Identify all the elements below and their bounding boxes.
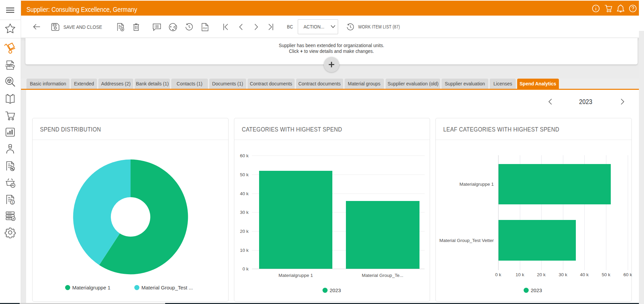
svg-text:§: § xyxy=(12,201,13,204)
svg-text:PDF: PDF xyxy=(203,27,207,29)
